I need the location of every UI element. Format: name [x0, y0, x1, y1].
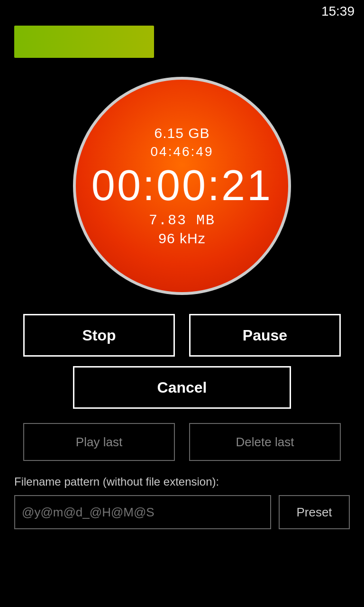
- primary-buttons-row: Stop Pause: [0, 309, 364, 361]
- filename-label: Filename pattern (without file extension…: [14, 475, 350, 488]
- status-bar: 15:39: [0, 0, 364, 21]
- recorder-circle-container: 6.15 GB 04:46:49 00:00:21 7.83 MB 96 kHz: [0, 67, 364, 309]
- secondary-buttons-row: Play last Delete last: [0, 414, 364, 466]
- stop-button[interactable]: Stop: [23, 314, 175, 357]
- play-last-button[interactable]: Play last: [23, 423, 175, 461]
- recorder-circle: 6.15 GB 04:46:49 00:00:21 7.83 MB 96 kHz: [73, 77, 291, 295]
- timer-display: 00:00:21: [91, 164, 273, 207]
- filename-input[interactable]: [14, 495, 271, 529]
- level-bar: [14, 26, 154, 58]
- cancel-button-row: Cancel: [0, 361, 364, 414]
- storage-label: 6.15 GB: [154, 125, 209, 141]
- pause-button[interactable]: Pause: [189, 314, 341, 357]
- duration-label: 04:46:49: [151, 144, 214, 159]
- level-bar-container: [0, 21, 364, 67]
- filesize-label: 7.83 MB: [149, 212, 215, 229]
- filename-input-row: Preset: [14, 495, 350, 529]
- delete-last-button[interactable]: Delete last: [189, 423, 341, 461]
- samplerate-label: 96 kHz: [158, 230, 205, 247]
- cancel-button[interactable]: Cancel: [73, 366, 291, 409]
- filename-section: Filename pattern (without file extension…: [0, 466, 364, 534]
- preset-button[interactable]: Preset: [279, 495, 350, 529]
- status-time: 15:39: [321, 4, 355, 19]
